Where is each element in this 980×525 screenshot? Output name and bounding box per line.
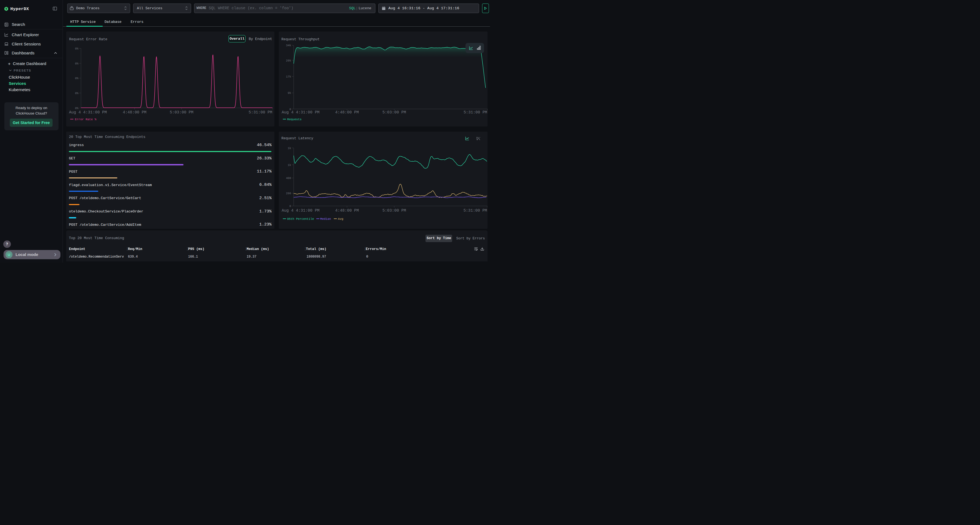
svg-text:400: 400 (286, 176, 291, 180)
svg-text:Median: Median (320, 217, 331, 220)
svg-text:5:31:00 PM: 5:31:00 PM (464, 110, 487, 114)
svg-text:Error Rate %: Error Rate % (75, 118, 97, 121)
svg-text:Aug 4 4:31:00 PM: Aug 4 4:31:00 PM (282, 110, 319, 114)
svg-text:5:03:00 PM: 5:03:00 PM (170, 110, 194, 114)
svg-text:4:48:00 PM: 4:48:00 PM (123, 110, 146, 114)
svg-text:0%: 0% (75, 62, 78, 65)
svg-text:5:31:00 PM: 5:31:00 PM (248, 110, 272, 114)
svg-text:0%: 0% (75, 77, 78, 80)
svg-text:4:48:00 PM: 4:48:00 PM (335, 110, 359, 114)
svg-text:26k: 26k (286, 59, 291, 62)
svg-text:1k: 1k (288, 146, 291, 150)
svg-text:1k: 1k (288, 163, 291, 167)
svg-text:0%: 0% (75, 47, 78, 50)
svg-text:9k: 9k (288, 91, 291, 95)
svg-text:34k: 34k (286, 44, 291, 48)
svg-text:17k: 17k (286, 75, 291, 78)
svg-text:Avg: Avg (338, 217, 343, 220)
svg-text:95th Percentile: 95th Percentile (287, 217, 314, 220)
svg-text:Aug 4 4:31:00 PM: Aug 4 4:31:00 PM (282, 208, 319, 213)
svg-text:5:03:00 PM: 5:03:00 PM (382, 208, 406, 213)
svg-text:200: 200 (286, 192, 291, 195)
svg-text:Requests: Requests (287, 118, 302, 121)
svg-text:5:03:00 PM: 5:03:00 PM (382, 110, 406, 114)
svg-text:0%: 0% (75, 106, 78, 110)
svg-text:5:31:00 PM: 5:31:00 PM (463, 208, 487, 213)
svg-text:0%: 0% (75, 92, 78, 95)
svg-text:Aug 4 4:31:00 PM: Aug 4 4:31:00 PM (69, 110, 107, 114)
svg-text:0: 0 (290, 205, 291, 208)
svg-text:4:48:00 PM: 4:48:00 PM (335, 208, 359, 213)
